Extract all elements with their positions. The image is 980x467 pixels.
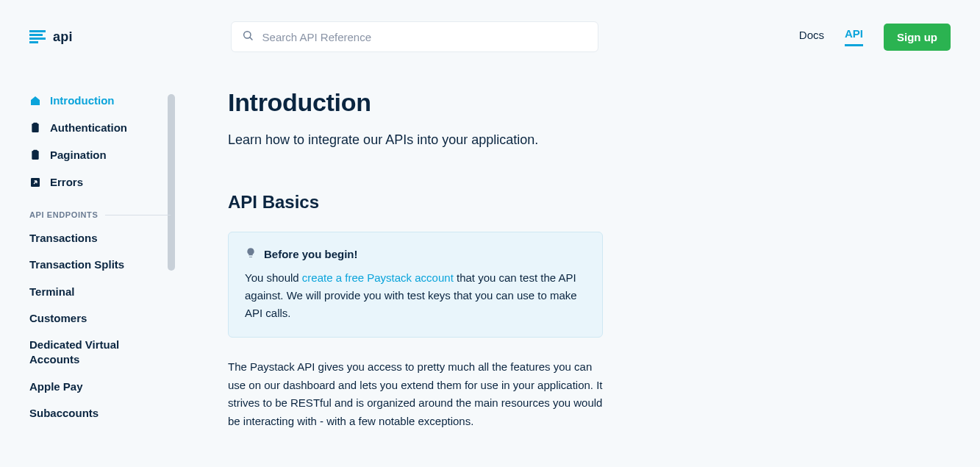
callout-body: You should create a free Paystack accoun… <box>245 269 586 322</box>
sidebar-endpoint-apple-pay[interactable]: Apple Pay <box>29 379 171 394</box>
nav-link-api[interactable]: API <box>845 27 863 46</box>
sidebar-endpoint-subaccounts[interactable]: Subaccounts <box>29 406 171 421</box>
sidebar-item-label: Errors <box>50 176 83 188</box>
search-container[interactable] <box>231 21 598 52</box>
external-icon <box>29 177 41 188</box>
svg-rect-6 <box>32 124 38 132</box>
sidebar-item-errors[interactable]: Errors <box>29 176 171 188</box>
svg-line-5 <box>249 38 251 40</box>
signup-button[interactable]: Sign up <box>884 24 951 51</box>
lightbulb-icon <box>245 247 257 262</box>
search-input[interactable] <box>262 22 587 51</box>
sidebar-item-label: Authentication <box>50 121 127 134</box>
svg-rect-3 <box>29 41 38 43</box>
search-icon <box>242 29 254 44</box>
sidebar-item-pagination[interactable]: Pagination <box>29 149 171 161</box>
page-lead: Learn how to integrate our APIs into you… <box>228 130 603 151</box>
logo[interactable]: api <box>29 29 73 45</box>
svg-rect-9 <box>33 149 37 151</box>
svg-rect-2 <box>29 38 46 40</box>
sidebar-endpoint-transaction-splits[interactable]: Transaction Splits <box>29 257 171 272</box>
sidebar-item-introduction[interactable]: Introduction <box>29 94 171 107</box>
callout-text-pre: You should <box>245 271 302 284</box>
sidebar-endpoint-terminal[interactable]: Terminal <box>29 285 171 299</box>
callout-link-create-account[interactable]: create a free Paystack account <box>302 271 454 284</box>
nav-link-docs[interactable]: Docs <box>799 29 824 46</box>
sidebar-endpoint-transactions[interactable]: Transactions <box>29 231 171 246</box>
sidebar-item-label: Introduction <box>50 94 114 107</box>
sidebar-endpoint-customers[interactable]: Customers <box>29 311 171 326</box>
page-title: Introduction <box>228 88 603 117</box>
svg-rect-0 <box>29 30 46 32</box>
logo-text: api <box>53 29 73 45</box>
sidebar-item-label: Pagination <box>50 149 107 161</box>
svg-rect-7 <box>33 122 37 124</box>
clipboard-icon <box>29 122 41 134</box>
header-nav: Docs API Sign up <box>799 24 951 51</box>
sidebar-item-authentication[interactable]: Authentication <box>29 121 171 134</box>
svg-rect-1 <box>29 34 43 36</box>
svg-rect-8 <box>32 151 38 160</box>
clipboard-icon <box>29 149 41 161</box>
sidebar-section-label: API ENDPOINTS <box>29 210 98 219</box>
sidebar-section-header: API ENDPOINTS <box>29 210 171 219</box>
home-icon <box>29 95 41 107</box>
logo-mark-icon <box>29 30 46 43</box>
callout-title: Before you begin! <box>264 248 358 260</box>
section-title-api-basics: API Basics <box>228 192 603 213</box>
main-content: Introduction Learn how to integrate our … <box>228 88 603 467</box>
body-paragraph: The Paystack API gives you access to pre… <box>228 358 603 431</box>
header: api Docs API Sign up <box>0 0 980 74</box>
sidebar: Introduction Authentication Pagination <box>29 94 176 467</box>
sidebar-endpoint-dedicated-virtual-accounts[interactable]: Dedicated Virtual Accounts <box>29 338 171 368</box>
callout-before-you-begin: Before you begin! You should create a fr… <box>228 232 603 338</box>
divider-line <box>105 215 171 215</box>
